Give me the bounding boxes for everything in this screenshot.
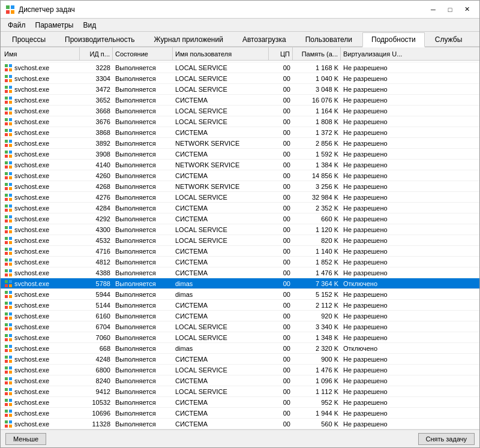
table-body[interactable]: svchost.exe2560ВыполняетсяСИСТЕМА002 484… (1, 61, 479, 429)
table-row[interactable]: svchost.exe3304ВыполняетсяLOCAL SERVICE0… (1, 73, 479, 84)
tab-processes[interactable]: Процессы (3, 32, 55, 46)
close-button[interactable]: ✕ (459, 4, 475, 16)
table-row[interactable]: svchost.exe6704ВыполняетсяLOCAL SERVICE0… (1, 321, 479, 332)
table-row[interactable]: svchost.exe8240ВыполняетсяСИСТЕМА001 096… (1, 375, 479, 386)
cell-cpu: 00 (269, 334, 293, 341)
table-row[interactable]: svchost.exe3868ВыполняетсяСИСТЕМА001 372… (1, 127, 479, 138)
table-row[interactable]: svchost.exe10696ВыполняетсяСИСТЕМА001 94… (1, 408, 479, 419)
cell-cpu: 00 (269, 356, 293, 363)
process-icon (4, 398, 13, 407)
cell-pid: 4388 (80, 269, 113, 276)
cell-status: Выполняется (113, 215, 173, 223)
table-row[interactable]: svchost.exe3676ВыполняетсяLOCAL SERVICE0… (1, 116, 479, 127)
svg-rect-43 (9, 68, 12, 71)
table-row[interactable]: svchost.exe4276ВыполняетсяLOCAL SERVICE0… (1, 192, 479, 203)
svg-rect-72 (5, 151, 8, 154)
cell-status: Выполняется (113, 205, 173, 212)
svg-rect-111 (9, 252, 12, 255)
col-header-name[interactable]: Имя (2, 47, 80, 60)
title-bar-left: Диспетчер задач (5, 5, 75, 14)
cell-pid: 4276 (80, 194, 113, 201)
app-icon (5, 5, 15, 14)
table-row[interactable]: svchost.exe10532ВыполняетсяСИСТЕМА00952 … (1, 397, 479, 408)
col-header-pid[interactable]: ИД п... (80, 47, 113, 60)
cell-virt: Не разрешено (341, 172, 419, 179)
less-button[interactable]: Меньше (5, 433, 46, 445)
svg-rect-95 (9, 209, 12, 212)
table-row[interactable]: svchost.exe4292ВыполняетсяСИСТЕМА00660 K… (1, 214, 479, 224)
menu-file[interactable]: Файл (3, 20, 31, 31)
svg-rect-125 (9, 291, 12, 294)
tab-users[interactable]: Пользователи (296, 32, 361, 46)
table-row[interactable]: svchost.exe3652ВыполняетсяСИСТЕМА0016 07… (1, 95, 479, 106)
cell-virt: Не разрешено (341, 151, 419, 158)
end-task-button[interactable]: Снять задачу (418, 433, 475, 445)
col-header-status[interactable]: Состояние (113, 47, 173, 60)
svg-rect-138 (5, 327, 8, 330)
table-row[interactable]: svchost.exe4532ВыполняетсяLOCAL SERVICE0… (1, 235, 479, 246)
table-row[interactable]: svchost.exe5144ВыполняетсяСИСТЕМА002 112… (1, 300, 479, 311)
table-row[interactable]: svchost.exe4268ВыполняетсяNETWORK SERVIC… (1, 181, 479, 192)
table-row[interactable]: svchost.exe4248ВыполняетсяСИСТЕМА00900 K… (1, 354, 479, 365)
cell-status: Выполняется (113, 377, 173, 384)
cell-status: Выполняется (113, 226, 173, 233)
table-row[interactable]: svchost.exe6160ВыполняетсяСИСТЕМА00920 K… (1, 311, 479, 321)
col-header-virt[interactable]: Виртуализация U... (341, 47, 419, 60)
col-header-memory[interactable]: Память (а... (293, 47, 341, 60)
table-row[interactable]: svchost.exe6800ВыполняетсяLOCAL SERVICE0… (1, 365, 479, 375)
tab-services[interactable]: Службы (426, 32, 471, 46)
table-row[interactable]: svchost.exe3892ВыполняетсяNETWORK SERVIC… (1, 138, 479, 149)
cell-cpu: 00 (269, 312, 293, 320)
table-row[interactable]: svchost.exe4300ВыполняетсяLOCAL SERVICE0… (1, 224, 479, 235)
cell-username: LOCAL SERVICE (173, 75, 269, 82)
svg-rect-139 (9, 327, 12, 330)
table-row[interactable]: svchost.exe3668ВыполняетсяLOCAL SERVICE0… (1, 106, 479, 116)
process-icon (4, 193, 13, 202)
table-row[interactable]: svchost.exe4284ВыполняетсяСИСТЕМА002 352… (1, 203, 479, 214)
table-row[interactable]: svchost.exe9412ВыполняетсяLOCAL SERVICE0… (1, 386, 479, 397)
svg-rect-88 (5, 194, 8, 197)
svg-rect-166 (5, 403, 8, 406)
cell-memory: 1 384 K (293, 161, 341, 169)
tab-details[interactable]: Подробности (362, 32, 425, 47)
table-row[interactable]: svchost.exe3472ВыполняетсяLOCAL SERVICE0… (1, 84, 479, 95)
table-row[interactable]: svchost.exe5944Выполняетсяdimas005 152 K… (1, 289, 479, 300)
cell-virt: Не разрешено (341, 237, 419, 244)
table-row[interactable]: svchost.exe3908ВыполняетсяСИСТЕМА001 592… (1, 149, 479, 160)
table-row[interactable]: svchost.exe7060ВыполняетсяLOCAL SERVICE0… (1, 332, 479, 343)
col-header-username[interactable]: Имя пользователя (173, 47, 269, 60)
minimize-button[interactable]: ─ (425, 4, 441, 16)
tab-startup[interactable]: Автозагрузка (233, 32, 295, 46)
table-row[interactable]: svchost.exe4812ВыполняетсяСИСТЕМА001 852… (1, 257, 479, 267)
menu-view[interactable]: Вид (78, 20, 101, 31)
cell-status: Выполняется (113, 269, 173, 276)
svg-rect-131 (9, 306, 12, 309)
svg-rect-63 (9, 122, 12, 125)
table-row[interactable]: svchost.exe5788Выполняетсяdimas007 364 K… (1, 278, 479, 289)
cell-cpu: 00 (269, 323, 293, 330)
tab-app-history[interactable]: Журнал приложений (145, 32, 232, 46)
menu-params[interactable]: Параметры (31, 20, 79, 31)
cell-memory: 952 K (293, 399, 341, 406)
svg-rect-145 (9, 345, 12, 348)
process-icon (4, 301, 13, 309)
table-row[interactable]: svchost.exe3228ВыполняетсяLOCAL SERVICE0… (1, 62, 479, 73)
tab-performance[interactable]: Производительность (56, 32, 143, 46)
maximize-button[interactable]: □ (442, 4, 458, 16)
table-row[interactable]: svchost.exe11328ВыполняетсяСИСТЕМА00560 … (1, 419, 479, 429)
cell-memory: 1 944 K (293, 410, 341, 417)
table-row[interactable]: svchost.exe4140ВыполняетсяNETWORK SERVIC… (1, 160, 479, 170)
cell-cpu: 00 (269, 399, 293, 406)
table-row[interactable]: svchost.exe4388ВыполняетсяСИСТЕМА001 476… (1, 267, 479, 278)
table-row[interactable]: svchost.exe4716ВыполняетсяСИСТЕМА001 140… (1, 246, 479, 257)
cell-cpu: 00 (269, 377, 293, 384)
table-row[interactable]: svchost.exe668Выполняетсяdimas002 320 KО… (1, 343, 479, 354)
cell-name: svchost.exe (2, 387, 80, 396)
col-header-cpu[interactable]: ЦП (269, 47, 293, 60)
svg-rect-76 (5, 161, 8, 164)
cell-pid: 3652 (80, 97, 113, 104)
svg-rect-48 (5, 86, 8, 89)
svg-rect-105 (9, 237, 12, 240)
cell-username: LOCAL SERVICE (173, 64, 269, 71)
table-row[interactable]: svchost.exe4260ВыполняетсяСИСТЕМА0014 85… (1, 170, 479, 181)
